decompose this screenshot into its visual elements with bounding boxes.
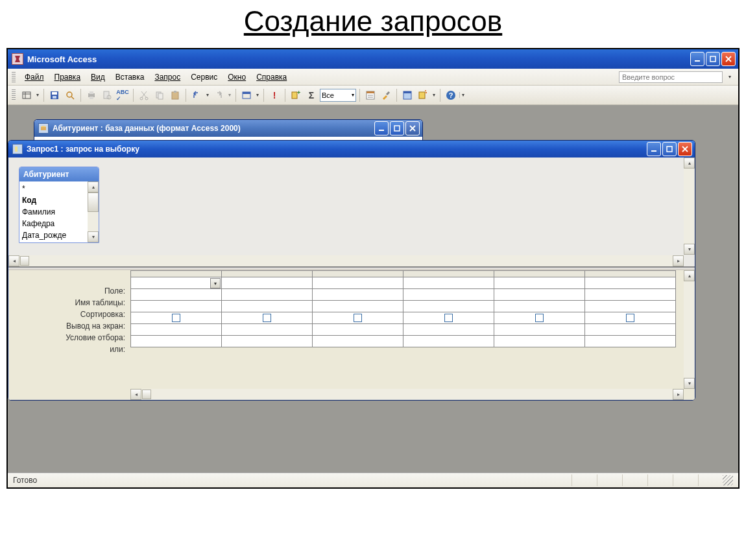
qbe-cell[interactable] — [403, 301, 494, 312]
qbe-cell[interactable] — [131, 301, 222, 312]
chevron-down-icon[interactable]: ▾ — [725, 73, 734, 82]
qbe-cell[interactable] — [585, 336, 676, 347]
qbe-cell-show[interactable] — [494, 312, 585, 324]
scroll-thumb[interactable] — [20, 256, 29, 266]
qbe-cell-show[interactable] — [313, 312, 403, 324]
query-design-window[interactable]: Запрос1 : запрос на выборку Абитуриент *… — [8, 140, 695, 401]
redo-dropdown[interactable]: ▾ — [227, 92, 232, 98]
qbe-cell-field[interactable]: ▾ — [131, 277, 222, 289]
db-maximize-button[interactable] — [390, 121, 404, 135]
qbe-cell[interactable] — [313, 277, 403, 289]
scroll-down-icon[interactable]: ▾ — [684, 378, 695, 389]
qbe-cell[interactable] — [222, 277, 313, 289]
upper-pane-hscroll[interactable]: ◂ ▸ — [8, 255, 684, 266]
save-button[interactable] — [47, 88, 62, 102]
qbe-cell[interactable] — [313, 336, 403, 347]
checkbox[interactable] — [535, 314, 544, 322]
scroll-down-icon[interactable]: ▾ — [88, 231, 99, 242]
menu-help[interactable]: Справка — [251, 71, 292, 83]
qbe-cell[interactable] — [222, 324, 313, 336]
scroll-up-icon[interactable]: ▴ — [88, 181, 99, 192]
redo-button[interactable] — [211, 88, 226, 102]
close-button[interactable] — [721, 52, 736, 66]
qbe-cell[interactable] — [222, 289, 313, 301]
qbe-cell[interactable] — [222, 336, 313, 347]
qbe-cell[interactable] — [494, 336, 585, 347]
query-close-button[interactable] — [678, 142, 692, 156]
checkbox[interactable] — [263, 314, 271, 322]
undo-button[interactable] — [189, 88, 204, 102]
qbe-cell[interactable] — [494, 324, 585, 336]
scroll-thumb[interactable] — [88, 192, 99, 212]
qbe-row-sort[interactable] — [131, 301, 676, 312]
qbe-cell[interactable] — [585, 277, 676, 289]
scroll-left-icon[interactable]: ◂ — [130, 389, 141, 400]
cut-button[interactable] — [137, 88, 151, 102]
checkbox[interactable] — [444, 314, 453, 322]
fieldlist-item[interactable]: Дата_рожде — [22, 229, 85, 241]
qbe-cell-show[interactable] — [222, 312, 313, 324]
menu-view[interactable]: Вид — [86, 71, 110, 83]
qbe-cell[interactable] — [222, 301, 313, 312]
fieldlist-item[interactable]: * — [22, 183, 85, 194]
qbe-cell[interactable] — [585, 289, 676, 301]
help-question-input[interactable] — [619, 71, 723, 83]
fieldlist-scrollbar[interactable]: ▴ ▾ — [88, 181, 99, 242]
toolbar-grip-2[interactable] — [12, 89, 16, 101]
qbe-cell[interactable] — [313, 289, 403, 301]
database-window-titlebar[interactable]: Абитуриент : база данных (формат Access … — [34, 120, 422, 137]
qbe-row-criteria[interactable] — [131, 324, 676, 336]
qbe-row-field[interactable]: ▾ — [131, 277, 676, 289]
checkbox[interactable] — [626, 314, 634, 322]
paste-button[interactable] — [168, 88, 182, 102]
toolbar-overflow[interactable]: ▾ — [459, 92, 466, 98]
qbe-cell[interactable] — [403, 324, 494, 336]
search-button[interactable] — [63, 88, 77, 102]
query-type-button[interactable] — [239, 88, 254, 102]
qbe-cell[interactable] — [585, 324, 676, 336]
spellcheck-button[interactable]: ABC✓ — [115, 88, 130, 102]
qbe-cell[interactable] — [494, 289, 585, 301]
menu-window[interactable]: Окно — [223, 71, 251, 83]
menu-edit[interactable]: Правка — [49, 71, 86, 83]
qbe-hscroll[interactable]: ◂ ▸ — [130, 389, 684, 400]
scroll-left-icon[interactable]: ◂ — [8, 255, 19, 266]
copy-button[interactable] — [152, 88, 167, 102]
database-window-button[interactable] — [400, 88, 415, 102]
qbe-cell[interactable] — [313, 324, 403, 336]
menu-tools[interactable]: Сервис — [186, 71, 223, 83]
build-button[interactable] — [379, 88, 393, 102]
menu-insert[interactable]: Вставка — [110, 71, 150, 83]
qbe-row-table[interactable] — [131, 289, 676, 301]
qbe-cell[interactable] — [403, 336, 494, 347]
fieldlist-items[interactable]: * Код Фамилия Кафедра Дата_рожде — [19, 181, 88, 242]
fieldlist-abiturient[interactable]: Абитуриент * Код Фамилия Кафедра Дата_ро… — [19, 167, 99, 243]
qbe-cell[interactable] — [494, 277, 585, 289]
qbe-row-or[interactable] — [131, 336, 676, 347]
help-button[interactable]: ? — [444, 88, 458, 102]
qbe-table[interactable]: ▾ — [130, 270, 676, 347]
scroll-down-icon[interactable]: ▾ — [684, 244, 695, 255]
qbe-cell[interactable] — [313, 301, 403, 312]
view-button[interactable] — [19, 88, 34, 102]
qbe-cell[interactable] — [494, 301, 585, 312]
scroll-up-icon[interactable]: ▴ — [684, 158, 695, 169]
chevron-down-icon[interactable]: ▾ — [210, 278, 221, 288]
qbe-cell[interactable] — [131, 336, 222, 347]
scroll-right-icon[interactable]: ▸ — [673, 389, 684, 400]
qbe-cell-show[interactable] — [131, 312, 222, 324]
query-minimize-button[interactable] — [647, 142, 661, 156]
minimize-button[interactable] — [690, 52, 704, 66]
db-minimize-button[interactable] — [374, 121, 389, 135]
query-window-titlebar[interactable]: Запрос1 : запрос на выборку — [8, 141, 695, 158]
totals-button[interactable]: Σ — [304, 88, 319, 102]
menu-file[interactable]: Файл — [19, 71, 49, 83]
checkbox[interactable] — [354, 314, 362, 322]
qbe-cell[interactable] — [131, 324, 222, 336]
qbe-row-show[interactable] — [131, 312, 676, 324]
database-window[interactable]: Абитуриент : база данных (формат Access … — [34, 119, 423, 141]
query-maximize-button[interactable] — [662, 142, 677, 156]
new-object-button[interactable] — [416, 88, 430, 102]
fieldlist-item[interactable]: Фамилия — [22, 206, 85, 218]
db-close-button[interactable] — [405, 121, 420, 135]
